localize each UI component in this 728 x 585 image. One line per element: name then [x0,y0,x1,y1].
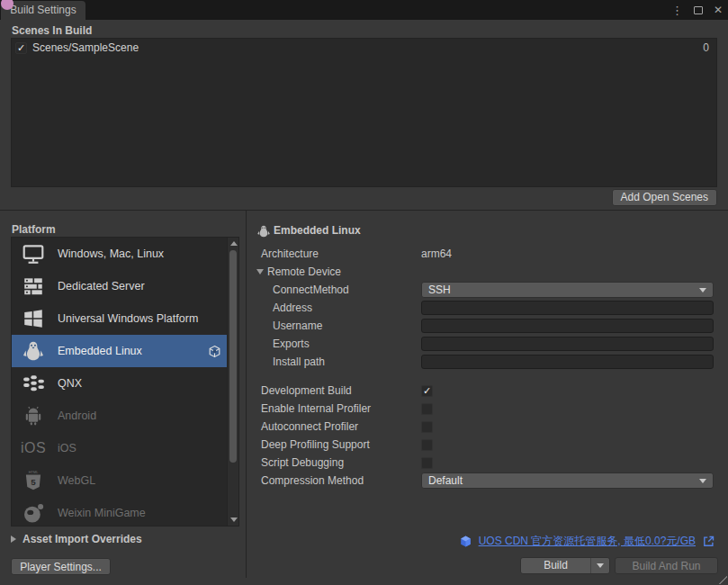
platform-item-qnx[interactable]: QNX [12,367,228,400]
platform-item-webgl[interactable]: HTML5 WebGL [12,464,228,497]
install-path-label: Install path [256,356,421,368]
platform-list: Windows, Mac, Linux Dedicated Server Uni… [11,237,239,526]
qnx-dots-icon [21,371,46,396]
username-field[interactable] [421,319,714,333]
foldout-closed-icon [11,536,16,543]
platform-label: Universal Windows Platform [58,312,198,325]
script-debugging-checkbox[interactable] [421,457,433,469]
asset-import-overrides-foldout[interactable]: Asset Import Overrides [11,533,142,545]
weixin-minigame-icon [21,500,46,526]
scroll-up-icon[interactable] [230,241,238,246]
scene-checkbox[interactable] [15,42,27,54]
titlebar: Build Settings ⋮ ✕ [0,0,728,20]
platform-item-dedicated-server[interactable]: Dedicated Server [12,270,228,302]
script-debugging-label: Script Debugging [256,456,421,469]
foldout-open-icon [256,269,264,274]
compression-method-dropdown[interactable]: Default [421,472,714,489]
platform-label: WebGL [58,474,95,487]
build-settings-window: Build Settings ⋮ ✕ Scenes In Build Scene… [0,0,728,585]
autoconnect-profiler-label: Autoconnect Profiler [256,420,421,433]
platform-label: Android [58,410,96,422]
platform-item-weixin-minigame[interactable]: Weixin MiniGame [12,497,228,526]
resize-grip[interactable] [718,575,727,584]
platform-header: Platform [12,223,56,236]
address-field[interactable] [421,301,714,315]
platform-scrollbar[interactable] [227,238,238,526]
windows-logo-icon [21,306,46,331]
architecture-value: arm64 [421,248,714,260]
html5-shield-icon: HTML5 [21,468,46,493]
platform-label: QNX [58,377,82,390]
scenes-list[interactable]: Scenes/SampleScene 0 [11,38,717,187]
player-settings-button[interactable]: Player Settings... [11,558,111,575]
ios-icon: iOS [21,436,46,461]
build-dropdown-arrow[interactable] [591,563,609,568]
uos-cdn-link-row: UOS CDN 官方资源托管服务, 最低0.0?元/GB [459,533,715,549]
enable-internal-profiler-checkbox[interactable] [421,403,433,415]
maximize-icon[interactable] [694,6,703,14]
platform-label: Embedded Linux [58,345,142,357]
platform-item-ios[interactable]: iOS iOS [12,432,228,464]
platform-item-universal-windows-platform[interactable]: Universal Windows Platform [12,302,228,335]
remote-device-foldout[interactable]: Remote Device [256,266,421,278]
compression-method-label: Compression Method [256,474,421,487]
uos-cdn-link[interactable]: UOS CDN 官方资源托管服务, 最低0.0?元/GB [479,534,696,549]
external-link-icon[interactable] [702,535,715,548]
platform-label: Dedicated Server [58,280,145,292]
deep-profiling-support-checkbox[interactable] [421,439,433,451]
connect-method-dropdown[interactable]: SSH [421,282,714,298]
development-build-checkbox[interactable] [421,385,433,397]
connect-method-label: ConnectMethod [256,284,421,296]
embedded-linux-penguin-icon [256,224,271,238]
platform-settings-panel: Embedded Linux Architecture arm64 Remote… [256,221,717,490]
deep-profiling-support-label: Deep Profiling Support [256,438,421,451]
enable-internal-profiler-label: Enable Internal Profiler [256,402,421,415]
platform-item-android[interactable]: Android [12,400,228,432]
asset-import-overrides-label: Asset Import Overrides [22,533,142,545]
autoconnect-profiler-checkbox[interactable] [421,421,433,433]
kebab-menu-icon[interactable]: ⋮ [671,4,683,17]
tab-build-settings[interactable]: Build Settings [1,1,85,20]
svg-text:HTML: HTML [29,470,39,474]
platform-item-embedded-linux[interactable]: Embedded Linux [12,335,228,367]
uos-cube-icon [459,535,472,548]
settings-panel-title: Embedded Linux [274,224,361,237]
exports-field[interactable] [421,337,714,351]
scrollbar-thumb[interactable] [229,250,237,463]
development-build-label: Development Build [256,384,421,397]
architecture-label: Architecture [256,248,421,260]
chevron-down-icon [699,288,706,292]
scenes-in-build-header: Scenes In Build [12,24,92,37]
svg-text:5: 5 [31,477,36,487]
android-robot-icon [21,403,46,428]
scene-name: Scenes/SampleScene [32,41,139,54]
server-rack-icon [21,274,46,299]
close-icon[interactable]: ✕ [714,4,723,16]
build-button-label[interactable]: Build [521,558,590,573]
desktop-monitor-icon [21,241,46,266]
vertical-divider [246,211,247,578]
build-button[interactable]: Build [520,557,610,574]
exports-label: Exports [256,338,421,350]
module-cube-icon [208,345,221,358]
penguin-icon [21,338,46,364]
scene-row[interactable]: Scenes/SampleScene 0 [12,39,716,57]
install-path-field[interactable] [421,355,714,369]
scroll-down-icon[interactable] [230,518,238,522]
username-label: Username [256,320,421,332]
chevron-down-icon [597,563,604,568]
scene-build-index: 0 [703,41,709,54]
chevron-down-icon [699,479,706,483]
address-label: Address [256,302,421,314]
platform-item-windows-mac-linux[interactable]: Windows, Mac, Linux [12,238,228,270]
platform-label: Windows, Mac, Linux [58,248,164,260]
horizontal-divider [0,210,728,211]
remote-device-label: Remote Device [267,266,341,278]
add-open-scenes-button[interactable]: Add Open Scenes [612,189,717,206]
build-and-run-button[interactable]: Build And Run [615,557,718,574]
platform-label: iOS [58,442,76,454]
platform-label: Weixin MiniGame [58,507,146,519]
